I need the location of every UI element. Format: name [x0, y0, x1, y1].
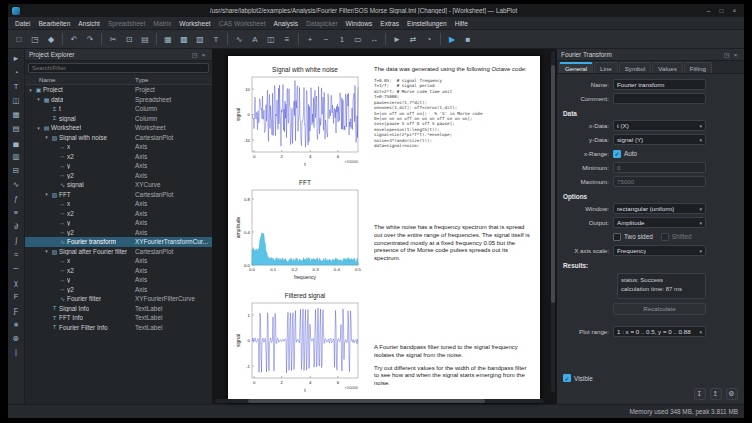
tree-item-y2[interactable]: ↔y2Axis [25, 228, 212, 238]
tree-item-signal[interactable]: ∿signalXYCurve [25, 180, 212, 190]
zoom-out-icon[interactable]: − [319, 32, 334, 47]
tree-item-y2[interactable]: ↔y2Axis [25, 171, 212, 181]
horizontal-scrollbar[interactable] [215, 399, 544, 403]
zoom-icon[interactable]: ◔ [10, 66, 23, 79]
add-text-label-icon[interactable]: A [248, 32, 263, 47]
output-combo[interactable]: Amplitude▾ [613, 217, 706, 228]
expander-icon[interactable]: ▾ [43, 248, 50, 254]
menu-extras[interactable]: Extras [376, 20, 403, 27]
two-sided-checkbox[interactable] [613, 233, 621, 241]
add-legend-icon[interactable]: ≡ [280, 32, 295, 47]
menu-datei[interactable]: Datei [11, 20, 34, 27]
text-label-signal-info[interactable]: The data was generated using the followi… [374, 66, 532, 149]
pan-mode-icon[interactable]: ⇄ [406, 32, 421, 47]
tree-item-y[interactable]: ↔yAxis [25, 275, 212, 285]
menu-bearbeiten[interactable]: Bearbeiten [34, 20, 74, 27]
y-data-combo[interactable]: signal (Y)▾ [613, 134, 706, 145]
correlation-icon[interactable]: ⊗ [10, 332, 23, 345]
tree-item-y[interactable]: ↔yAxis [25, 161, 212, 171]
image-icon[interactable]: ◫ [10, 94, 23, 107]
plot-fft[interactable]: FFTamplitudefrequency0.00.10.20.30.40.50… [234, 176, 364, 282]
maximum-input[interactable] [613, 176, 706, 187]
add-image-icon[interactable]: ◫ [264, 32, 279, 47]
menu-windows[interactable]: Windows [342, 20, 377, 27]
expander-icon[interactable]: ▾ [35, 125, 42, 131]
tree-item-t[interactable]: ΣtColumn [25, 104, 212, 114]
xy-curve-icon[interactable]: ∿ [10, 178, 23, 191]
vertical-scrollbar-thumb[interactable] [551, 65, 555, 304]
copy-icon[interactable]: ⊡ [122, 32, 137, 47]
differentiation-icon[interactable]: ∂ [10, 220, 23, 233]
expander-icon[interactable]: ▾ [35, 96, 42, 102]
tree-item-signal-info[interactable]: TSignal InfoTextLabel [25, 304, 212, 314]
tree-item-y2[interactable]: ↔y2Axis [25, 285, 212, 295]
visible-checkbox[interactable]: ✓ [563, 374, 571, 382]
menu-datapicker[interactable]: Datapicker [302, 20, 342, 27]
tree-item-signal-after-fourier-filter[interactable]: ▾▧Signal after Fourier filterCartesianPl… [25, 247, 212, 257]
menu-einstellungen[interactable]: Einstellungen [403, 20, 451, 27]
search-input[interactable] [28, 63, 209, 73]
comment-input[interactable] [613, 93, 706, 104]
fourier-filter-icon[interactable]: F [10, 290, 23, 303]
window-combo[interactable]: rectangular (uniform)▾ [613, 203, 706, 214]
tree-item-fourier-filter[interactable]: ∿Fourier filterXYFourierFilterCurve [25, 294, 212, 304]
close-dock-icon[interactable]: × [731, 52, 740, 58]
tree-item-project[interactable]: ▾▣ProjectProject [25, 85, 212, 95]
tree-item-x[interactable]: ↔xAxis [25, 256, 212, 266]
tree-item-y[interactable]: ↔yAxis [25, 218, 212, 228]
open-project-icon[interactable]: ◳ [28, 32, 43, 47]
data-reduction-icon[interactable]: ≡ [10, 206, 23, 219]
box-plot-icon[interactable]: ⊟ [10, 164, 23, 177]
tree-item-x[interactable]: ↔xAxis [25, 142, 212, 152]
tab-symbol[interactable]: Symbol [619, 62, 652, 73]
x-data-combo[interactable]: t (X)▾ [613, 120, 706, 131]
expander-icon[interactable]: ▾ [43, 191, 50, 197]
name-input[interactable] [613, 79, 706, 90]
new-note-icon[interactable]: T [209, 32, 224, 47]
text-label-filter-info[interactable]: A Fourier bandpass filter tuned to the s… [374, 344, 532, 388]
fit-icon[interactable]: χ [10, 276, 23, 289]
zoom-in-icon[interactable]: + [303, 32, 318, 47]
add-plot-icon[interactable]: ∿ [232, 32, 247, 47]
column-header-name[interactable]: Name [25, 76, 135, 83]
plot-range-combo[interactable]: 1 : x = 0 .. 0.5, y = 0 .. 0.88▾ [613, 326, 706, 337]
plot-filtered-signal[interactable]: Filtered signalsignalt024610-1×10000 [234, 289, 364, 395]
new-spreadsheet-icon[interactable]: ▦ [161, 32, 176, 47]
text-label-fft-info[interactable]: The white noise has a frequency spectrum… [374, 224, 532, 263]
play-icon[interactable]: ▶ [445, 32, 460, 47]
menu-spreadsheet[interactable]: Spreadsheet [104, 20, 149, 27]
convolution-icon[interactable]: ∗ [10, 318, 23, 331]
stop-icon[interactable]: ■ [461, 32, 476, 47]
tree-item-x2[interactable]: ↔x2Axis [25, 152, 212, 162]
cut-icon[interactable]: ✂ [106, 32, 121, 47]
tree-item-x2[interactable]: ↔x2Axis [25, 209, 212, 219]
reference-line-icon[interactable]: ∣ [10, 346, 23, 359]
tab-filling[interactable]: Filling [684, 62, 712, 73]
tab-general[interactable]: General [559, 62, 593, 73]
menu-matrix[interactable]: Matrix [149, 20, 175, 27]
undo-icon[interactable]: ↶ [67, 32, 82, 47]
new-worksheet-icon[interactable]: ▧ [193, 32, 208, 47]
tree-item-signal-with-noise[interactable]: ▾▧Signal with noiseCartesianPlot [25, 133, 212, 143]
tree-column-headers[interactable]: Name Type [25, 75, 212, 85]
select-icon[interactable]: ► [10, 52, 23, 65]
fourier-transform-icon[interactable]: Ƒ [10, 304, 23, 317]
template-load-icon[interactable]: ↧ [694, 388, 706, 400]
menu-ansicht[interactable]: Ansicht [74, 20, 104, 27]
template-save-icon[interactable]: ↥ [710, 388, 722, 400]
close-button[interactable]: × [729, 7, 740, 14]
new-matrix-icon[interactable]: ▩ [177, 32, 192, 47]
equation-curve-icon[interactable]: ƒ [10, 192, 23, 205]
tree-item-x[interactable]: ↔xAxis [25, 199, 212, 209]
zoom-select-mode-icon[interactable]: ◔ [422, 32, 437, 47]
plot-two-axes-icon[interactable]: ▤ [10, 122, 23, 135]
tree-item-fourier-filter-info[interactable]: TFourier Filter InfoTextLabel [25, 323, 212, 333]
save-project-icon[interactable]: ◆ [44, 32, 59, 47]
fit-page-icon[interactable]: ▭ [351, 32, 366, 47]
tab-line[interactable]: Line [594, 62, 618, 73]
float-dock-icon[interactable]: ◳ [722, 51, 731, 58]
tree-item-fft-info[interactable]: TFFT InfoTextLabel [25, 313, 212, 323]
close-panel-icon[interactable]: × [199, 52, 208, 58]
menu-analysis[interactable]: Analysis [270, 20, 303, 27]
menu-worksheet[interactable]: Worksheet [175, 20, 214, 27]
